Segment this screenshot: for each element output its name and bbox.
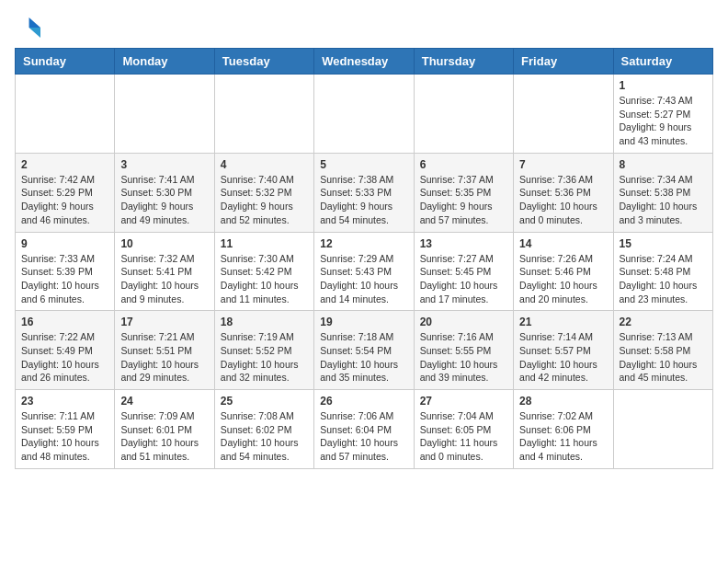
day-info: Sunrise: 7:27 AM Sunset: 5:45 PM Dayligh… <box>420 252 507 306</box>
calendar-cell: 7Sunrise: 7:36 AM Sunset: 5:36 PM Daylig… <box>514 153 613 232</box>
calendar-cell: 10Sunrise: 7:32 AM Sunset: 5:41 PM Dayli… <box>115 232 214 311</box>
day-info: Sunrise: 7:18 AM Sunset: 5:54 PM Dayligh… <box>320 330 407 385</box>
calendar-cell: 22Sunrise: 7:13 AM Sunset: 5:58 PM Dayli… <box>613 311 712 390</box>
day-number: 22 <box>620 316 707 328</box>
day-info: Sunrise: 7:21 AM Sunset: 5:51 PM Dayligh… <box>120 330 208 385</box>
calendar-week-1: 1Sunrise: 7:43 AM Sunset: 5:27 PM Daylig… <box>16 75 713 154</box>
calendar-cell: 4Sunrise: 7:40 AM Sunset: 5:32 PM Daylig… <box>214 153 313 232</box>
day-info: Sunrise: 7:13 AM Sunset: 5:58 PM Dayligh… <box>620 330 707 385</box>
calendar-cell: 21Sunrise: 7:14 AM Sunset: 5:57 PM Dayli… <box>514 311 613 390</box>
day-info: Sunrise: 7:04 AM Sunset: 6:05 PM Dayligh… <box>420 409 507 464</box>
calendar-week-4: 16Sunrise: 7:22 AM Sunset: 5:49 PM Dayli… <box>16 311 713 390</box>
calendar-cell: 6Sunrise: 7:37 AM Sunset: 5:35 PM Daylig… <box>414 153 513 232</box>
day-info: Sunrise: 7:24 AM Sunset: 5:48 PM Dayligh… <box>620 252 707 306</box>
weekday-header-monday: Monday <box>115 49 214 75</box>
day-info: Sunrise: 7:43 AM Sunset: 5:27 PM Dayligh… <box>620 94 707 148</box>
calendar-cell: 8Sunrise: 7:34 AM Sunset: 5:38 PM Daylig… <box>613 153 712 232</box>
weekday-header-friday: Friday <box>514 49 613 75</box>
calendar-cell: 28Sunrise: 7:02 AM Sunset: 6:06 PM Dayli… <box>514 390 613 469</box>
calendar-cell: 23Sunrise: 7:11 AM Sunset: 5:59 PM Dayli… <box>16 390 115 469</box>
day-info: Sunrise: 7:36 AM Sunset: 5:36 PM Dayligh… <box>519 173 607 227</box>
day-number: 27 <box>420 395 507 408</box>
calendar-cell: 5Sunrise: 7:38 AM Sunset: 5:33 PM Daylig… <box>314 153 414 232</box>
day-number: 21 <box>519 316 607 328</box>
day-info: Sunrise: 7:32 AM Sunset: 5:41 PM Dayligh… <box>120 252 208 306</box>
calendar-cell: 14Sunrise: 7:26 AM Sunset: 5:46 PM Dayli… <box>514 232 613 311</box>
calendar-cell: 3Sunrise: 7:41 AM Sunset: 5:30 PM Daylig… <box>115 153 214 232</box>
calendar-cell: 27Sunrise: 7:04 AM Sunset: 6:05 PM Dayli… <box>414 390 513 469</box>
day-number: 23 <box>21 395 108 408</box>
calendar: SundayMondayTuesdayWednesdayThursdayFrid… <box>15 48 713 469</box>
logo <box>15 15 44 40</box>
svg-marker-0 <box>29 17 40 28</box>
day-number: 9 <box>21 237 108 250</box>
day-info: Sunrise: 7:34 AM Sunset: 5:38 PM Dayligh… <box>620 173 707 227</box>
header <box>15 15 713 40</box>
calendar-cell: 12Sunrise: 7:29 AM Sunset: 5:43 PM Dayli… <box>314 232 414 311</box>
day-info: Sunrise: 7:33 AM Sunset: 5:39 PM Dayligh… <box>21 252 108 306</box>
day-number: 26 <box>320 395 407 408</box>
day-info: Sunrise: 7:02 AM Sunset: 6:06 PM Dayligh… <box>519 409 607 464</box>
day-number: 17 <box>120 316 208 328</box>
day-info: Sunrise: 7:37 AM Sunset: 5:35 PM Dayligh… <box>420 173 507 227</box>
calendar-cell <box>414 75 513 154</box>
day-number: 14 <box>519 237 607 250</box>
calendar-week-2: 2Sunrise: 7:42 AM Sunset: 5:29 PM Daylig… <box>16 153 713 232</box>
day-info: Sunrise: 7:38 AM Sunset: 5:33 PM Dayligh… <box>320 173 407 227</box>
calendar-cell <box>314 75 414 154</box>
calendar-header-row: SundayMondayTuesdayWednesdayThursdayFrid… <box>16 49 713 75</box>
calendar-cell: 16Sunrise: 7:22 AM Sunset: 5:49 PM Dayli… <box>16 311 115 390</box>
calendar-cell <box>115 75 214 154</box>
day-number: 25 <box>221 395 308 408</box>
calendar-cell: 11Sunrise: 7:30 AM Sunset: 5:42 PM Dayli… <box>214 232 313 311</box>
weekday-header-tuesday: Tuesday <box>214 49 313 75</box>
weekday-header-sunday: Sunday <box>16 49 115 75</box>
day-number: 2 <box>21 158 108 171</box>
day-number: 19 <box>320 316 407 328</box>
weekday-header-thursday: Thursday <box>414 49 513 75</box>
day-info: Sunrise: 7:14 AM Sunset: 5:57 PM Dayligh… <box>519 330 607 385</box>
day-number: 20 <box>420 316 507 328</box>
day-number: 15 <box>620 237 707 250</box>
day-number: 13 <box>420 237 507 250</box>
svg-marker-1 <box>29 28 40 38</box>
calendar-week-5: 23Sunrise: 7:11 AM Sunset: 5:59 PM Dayli… <box>16 390 713 469</box>
weekday-header-wednesday: Wednesday <box>314 49 414 75</box>
calendar-cell <box>613 390 712 469</box>
day-number: 3 <box>120 158 208 171</box>
calendar-cell <box>214 75 313 154</box>
day-info: Sunrise: 7:41 AM Sunset: 5:30 PM Dayligh… <box>120 173 208 227</box>
calendar-cell: 17Sunrise: 7:21 AM Sunset: 5:51 PM Dayli… <box>115 311 214 390</box>
day-number: 8 <box>620 158 707 171</box>
day-info: Sunrise: 7:06 AM Sunset: 6:04 PM Dayligh… <box>320 409 407 464</box>
day-number: 24 <box>120 395 208 408</box>
day-info: Sunrise: 7:16 AM Sunset: 5:55 PM Dayligh… <box>420 330 507 385</box>
day-info: Sunrise: 7:11 AM Sunset: 5:59 PM Dayligh… <box>21 409 108 464</box>
day-number: 5 <box>320 158 407 171</box>
day-number: 4 <box>221 158 308 171</box>
day-info: Sunrise: 7:22 AM Sunset: 5:49 PM Dayligh… <box>21 330 108 385</box>
calendar-week-3: 9Sunrise: 7:33 AM Sunset: 5:39 PM Daylig… <box>16 232 713 311</box>
calendar-cell: 26Sunrise: 7:06 AM Sunset: 6:04 PM Dayli… <box>314 390 414 469</box>
weekday-header-saturday: Saturday <box>613 49 712 75</box>
day-number: 16 <box>21 316 108 328</box>
calendar-cell: 24Sunrise: 7:09 AM Sunset: 6:01 PM Dayli… <box>115 390 214 469</box>
day-info: Sunrise: 7:29 AM Sunset: 5:43 PM Dayligh… <box>320 252 407 306</box>
day-number: 11 <box>221 237 308 250</box>
day-number: 1 <box>620 79 707 92</box>
calendar-cell: 18Sunrise: 7:19 AM Sunset: 5:52 PM Dayli… <box>214 311 313 390</box>
day-number: 28 <box>519 395 607 408</box>
day-info: Sunrise: 7:42 AM Sunset: 5:29 PM Dayligh… <box>21 173 108 227</box>
calendar-cell: 19Sunrise: 7:18 AM Sunset: 5:54 PM Dayli… <box>314 311 414 390</box>
day-number: 6 <box>420 158 507 171</box>
day-info: Sunrise: 7:40 AM Sunset: 5:32 PM Dayligh… <box>221 173 308 227</box>
calendar-cell: 20Sunrise: 7:16 AM Sunset: 5:55 PM Dayli… <box>414 311 513 390</box>
logo-icon <box>15 15 40 40</box>
day-number: 18 <box>221 316 308 328</box>
calendar-cell: 2Sunrise: 7:42 AM Sunset: 5:29 PM Daylig… <box>16 153 115 232</box>
calendar-cell: 9Sunrise: 7:33 AM Sunset: 5:39 PM Daylig… <box>16 232 115 311</box>
calendar-cell: 15Sunrise: 7:24 AM Sunset: 5:48 PM Dayli… <box>613 232 712 311</box>
calendar-cell: 25Sunrise: 7:08 AM Sunset: 6:02 PM Dayli… <box>214 390 313 469</box>
day-number: 7 <box>519 158 607 171</box>
day-info: Sunrise: 7:08 AM Sunset: 6:02 PM Dayligh… <box>221 409 308 464</box>
